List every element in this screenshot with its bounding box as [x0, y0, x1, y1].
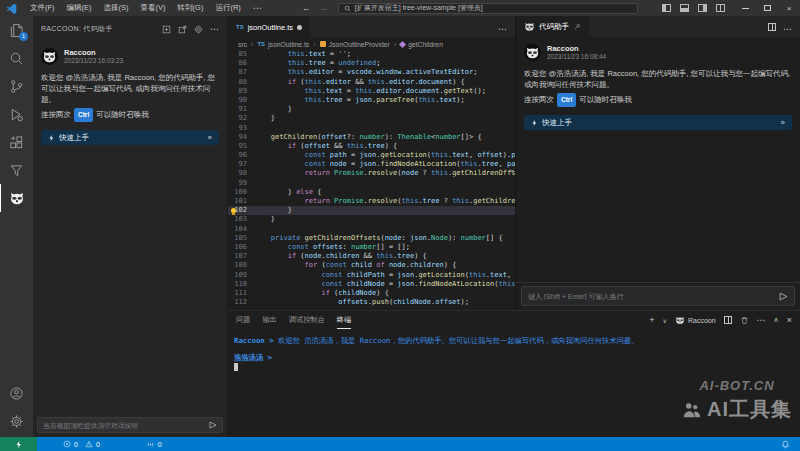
explorer-icon[interactable]: 1 [0, 16, 33, 44]
menu-goto[interactable]: 转到(G) [172, 0, 210, 16]
editor-tabbar: TS jsonOutline.ts [228, 16, 515, 38]
sidebar-chat-inputbox[interactable] [37, 417, 223, 433]
code-line[interactable]: 92 } [228, 114, 515, 123]
code-text: for (const child of node.children) { [254, 261, 456, 270]
sidebar-settings-icon[interactable] [194, 25, 203, 34]
close-button[interactable]: × [778, 0, 800, 16]
maximize-panel-icon[interactable] [774, 316, 779, 324]
nav-back-icon[interactable]: ← [302, 3, 311, 13]
code-line[interactable]: 96 const path = json.getLocation(this.te… [228, 151, 515, 160]
code-line[interactable]: 111 if (childNode) { [228, 289, 515, 298]
raccoon-view-icon[interactable] [0, 184, 33, 212]
line-number: 103 [228, 215, 254, 224]
menu-view[interactable]: 查看(V) [135, 0, 172, 16]
code-line[interactable]: 102 } [228, 206, 515, 215]
toggle-sidebar-icon[interactable] [662, 4, 671, 12]
search-view-icon[interactable] [0, 44, 33, 72]
breadcrumb-class[interactable]: JsonOutlineProvider [320, 41, 390, 48]
code-line[interactable]: 98 return Promise.resolve(node ? this.ge… [228, 169, 515, 178]
code-line[interactable]: 91 } [228, 105, 515, 114]
code-line[interactable]: 109 const childPath = json.getLocation(t… [228, 271, 515, 280]
quickstart-button[interactable]: 快速上手 » [41, 130, 219, 145]
split-editor-icon[interactable] [768, 23, 776, 31]
code-line[interactable]: 86 this.tree = undefined; [228, 59, 515, 68]
tab-code-assistant[interactable]: 代码助手 [516, 16, 589, 37]
tab-terminal[interactable]: 终端 [337, 311, 351, 329]
command-center[interactable]: [扩展开发宿主] tree-view-sample [管理员] [338, 3, 638, 14]
code-text: } else { [254, 188, 321, 197]
sidebar-chat-input[interactable] [43, 422, 209, 429]
pin-icon[interactable] [573, 23, 581, 31]
problems-status[interactable]: 0 0 [63, 440, 100, 448]
menu-run[interactable]: 运行(R) [209, 0, 246, 16]
customize-layout-icon[interactable] [716, 4, 725, 12]
source-control-icon[interactable] [0, 72, 33, 100]
broadcast-status[interactable]: 0 [146, 440, 162, 449]
code-line[interactable]: 108 for (const child of node.children) { [228, 261, 515, 270]
open-in-editor-icon[interactable] [178, 25, 187, 34]
assistant-chat-input[interactable] [528, 293, 779, 300]
editor-more-actions-icon[interactable] [498, 18, 507, 36]
tab-jsonoutline[interactable]: TS jsonOutline.ts [228, 16, 310, 38]
extensions-icon[interactable] [0, 128, 33, 156]
tab-debug-console[interactable]: 调试控制台 [289, 311, 325, 329]
nav-forward-icon[interactable]: → [319, 3, 328, 13]
menu-file[interactable]: 文件(F) [24, 0, 61, 16]
code-line[interactable]: 104 [228, 225, 515, 234]
code-line[interactable]: 100 } else { [228, 188, 515, 197]
tab-output[interactable]: 输出 [262, 311, 276, 329]
account-icon[interactable] [0, 379, 33, 407]
new-chat-icon[interactable] [162, 25, 171, 34]
code-line[interactable]: 97 const node = json.findNodeAtLocation(… [228, 160, 515, 169]
sidebar-send-icon[interactable] [209, 421, 217, 429]
minimize-button[interactable] [734, 0, 756, 16]
panel-more-actions-icon[interactable] [757, 315, 766, 325]
code-line[interactable]: 88 if (this.editor && this.editor.docume… [228, 78, 515, 87]
code-line[interactable]: 112 offsets.push(childNode.offset); [228, 298, 515, 307]
terminal[interactable]: Raccoon > 欢迎您 浩浩汤汤，我是 Raccoon，您的代码助手。您可以… [228, 329, 800, 371]
remote-indicator[interactable] [0, 437, 37, 451]
assistant-send-icon[interactable] [779, 292, 788, 301]
assistant-chat-inputbox[interactable] [521, 286, 795, 306]
quickstart-button[interactable]: 快速上手 » [524, 115, 792, 130]
tab-problems[interactable]: 问题 [236, 311, 250, 329]
assistant-more-actions-icon[interactable] [783, 18, 792, 36]
split-terminal-icon[interactable] [724, 316, 732, 324]
settings-gear-icon[interactable] [0, 407, 33, 435]
maximize-button[interactable] [756, 0, 778, 16]
terminal-profile[interactable]: Raccoon [675, 315, 716, 325]
terminal-dropdown-icon[interactable] [663, 317, 667, 324]
close-panel-icon[interactable] [787, 315, 792, 325]
toggle-secondary-sidebar-icon[interactable] [698, 4, 707, 12]
code-line[interactable]: 85 this.text = ''; [228, 50, 515, 59]
run-debug-icon[interactable] [0, 100, 33, 128]
menu-overflow-icon[interactable] [247, 3, 268, 13]
code-line[interactable]: 89 this.text = this.editor.document.getT… [228, 87, 515, 96]
welcome-message: 欢迎您 @浩浩汤汤, 我是 Raccoon, 您的代码助手, 您可以让我与您一起… [41, 72, 219, 105]
new-terminal-icon[interactable] [649, 315, 654, 325]
menu-selection[interactable]: 选择(S) [98, 0, 135, 16]
code-line[interactable]: 110 const childNode = json.findNodeAtLoc… [228, 280, 515, 289]
kill-terminal-icon[interactable] [740, 316, 749, 325]
menu-edit[interactable]: 编辑(E) [61, 0, 98, 16]
code-line[interactable]: 107 if (node.children && this.tree) { [228, 252, 515, 261]
code-line[interactable]: 94 getChildren(offset?: number): Thenabl… [228, 133, 515, 142]
test-view-icon[interactable] [0, 156, 33, 184]
modified-dot-icon[interactable] [297, 25, 302, 30]
code-line[interactable]: 95 if (offset && this.tree) { [228, 142, 515, 151]
toggle-panel-icon[interactable] [680, 4, 689, 12]
breadcrumb-method[interactable]: getChildren [400, 41, 443, 48]
code-line[interactable]: 105 private getChildrenOffsets(node: jso… [228, 234, 515, 243]
code-line[interactable]: 87 this.editor = vscode.window.activeTex… [228, 68, 515, 77]
code-line[interactable]: 103 } [228, 215, 515, 224]
code-line[interactable]: 99 [228, 179, 515, 188]
breadcrumb-src[interactable]: src [238, 41, 247, 48]
code-line[interactable]: 101 return Promise.resolve(this.tree ? t… [228, 197, 515, 206]
code-line[interactable]: 106 const offsets: number[] = []; [228, 243, 515, 252]
notifications-bell-icon[interactable] [781, 440, 790, 449]
breadcrumb-file[interactable]: TS jsonOutline.ts [257, 41, 309, 48]
code-line[interactable]: 93 [228, 124, 515, 133]
sidebar-more-icon[interactable] [210, 24, 219, 34]
code-line[interactable]: 90 this.tree = json.parseTree(this.text)… [228, 96, 515, 105]
code-editor[interactable]: 85 this.text = '';86 this.tree = undefin… [228, 50, 515, 310]
